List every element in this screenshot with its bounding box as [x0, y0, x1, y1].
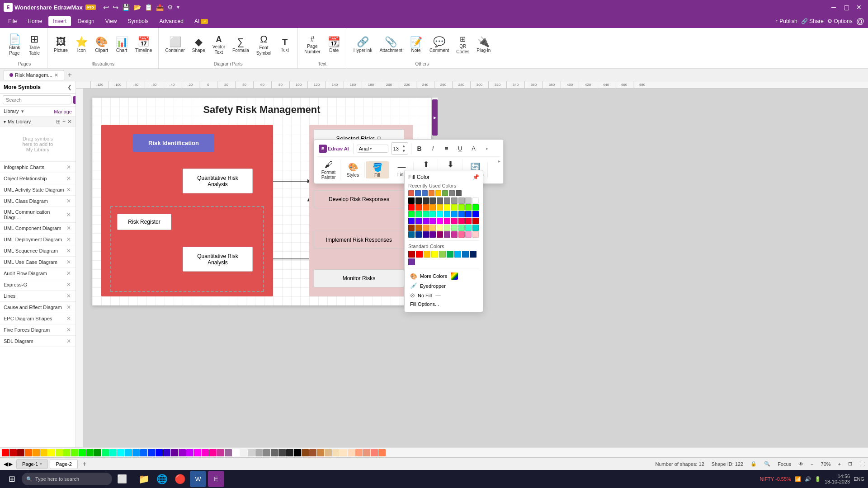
ribbon-icon[interactable]: ⭐ Icon: [72, 33, 90, 58]
menu-advanced[interactable]: Advanced: [155, 16, 188, 26]
color-swatch[interactable]: [465, 218, 472, 224]
ft-styles[interactable]: 🎨 Styles: [341, 161, 365, 178]
palette-swatch[interactable]: [148, 449, 155, 456]
library-item[interactable]: UML Deployment Diagram✕: [0, 234, 75, 245]
palette-swatch[interactable]: [132, 449, 140, 456]
library-item[interactable]: UML Use Case Diagram✕: [0, 257, 75, 268]
tab-risk-management[interactable]: Risk Managem... ✕: [4, 70, 64, 80]
library-item[interactable]: Express-G✕: [0, 279, 75, 291]
start-btn[interactable]: ⊞: [4, 471, 20, 487]
library-item-close[interactable]: ✕: [66, 236, 72, 243]
ft-italic-btn[interactable]: I: [428, 143, 439, 154]
palette-swatch[interactable]: [340, 449, 347, 456]
palette-swatch[interactable]: [117, 449, 124, 456]
library-item[interactable]: Object Relationship✕: [0, 173, 75, 184]
color-swatch[interactable]: [415, 204, 422, 211]
ft-align-btn[interactable]: ≡: [441, 143, 452, 154]
box-risk-identification[interactable]: Risk Identification: [133, 134, 214, 152]
library-item[interactable]: EPC Diagram Shapes✕: [0, 313, 75, 324]
menu-ai[interactable]: AI ✨: [190, 16, 212, 26]
color-swatch[interactable]: [415, 218, 422, 224]
color-swatch[interactable]: [415, 225, 422, 231]
box-quant-risk-lower[interactable]: Quantitative Risk Analysis: [183, 247, 253, 272]
library-item-close[interactable]: ✕: [66, 282, 72, 288]
box-implement-risk[interactable]: Implement Risk Responses: [314, 231, 404, 249]
fcp-pin-icon[interactable]: 📌: [472, 174, 479, 180]
color-swatch[interactable]: [415, 231, 422, 238]
color-swatch[interactable]: [429, 211, 436, 217]
ribbon-picture[interactable]: 🖼 Picture: [51, 33, 71, 58]
library-item[interactable]: UML Component Diagram✕: [0, 223, 75, 234]
maximize-btn[interactable]: ▢: [841, 3, 852, 12]
color-swatch[interactable]: [465, 204, 472, 211]
library-item-close[interactable]: ✕: [66, 211, 72, 218]
ft-font-select[interactable]: Arial ▾: [357, 145, 388, 153]
color-swatch[interactable]: [429, 218, 436, 224]
canvas-area[interactable]: Safety Risk Management: [83, 89, 868, 447]
color-swatch[interactable]: [408, 231, 415, 238]
color-swatch[interactable]: [472, 204, 479, 211]
fit-page-btn[interactable]: ⊡: [848, 461, 852, 467]
search-input[interactable]: [3, 95, 71, 104]
color-swatch[interactable]: [437, 218, 443, 224]
color-swatch[interactable]: [431, 251, 438, 258]
color-swatch[interactable]: [408, 218, 415, 224]
menu-symbols[interactable]: Symbols: [123, 16, 153, 26]
minimize-btn[interactable]: ─: [828, 3, 839, 12]
palette-swatch[interactable]: [225, 449, 232, 456]
palette-swatch[interactable]: [294, 449, 301, 456]
color-swatch[interactable]: [408, 258, 415, 265]
palette-swatch[interactable]: [348, 449, 355, 456]
palette-swatch[interactable]: [40, 449, 47, 456]
undo-btn[interactable]: ↩: [103, 3, 109, 12]
account-btn[interactable]: @: [856, 17, 864, 26]
color-swatch[interactable]: [465, 231, 472, 238]
ribbon-formula[interactable]: ∑ Formula: [230, 33, 252, 58]
color-swatch[interactable]: [472, 197, 479, 204]
ribbon-shape[interactable]: ◆ Shape: [189, 33, 208, 58]
library-item-close[interactable]: ✕: [66, 304, 72, 310]
ribbon-qr-codes[interactable]: ⊞ QRCodes: [453, 33, 472, 58]
palette-swatch[interactable]: [186, 449, 193, 456]
library-item[interactable]: SDL Diagram✕: [0, 336, 75, 347]
color-swatch[interactable]: [423, 211, 429, 217]
palette-swatch[interactable]: [309, 449, 316, 456]
color-swatch[interactable]: [451, 231, 458, 238]
color-swatch[interactable]: [416, 251, 423, 258]
color-swatch[interactable]: [444, 225, 450, 231]
color-swatch[interactable]: [454, 251, 461, 258]
library-item-close[interactable]: ✕: [66, 315, 72, 322]
palette-swatch[interactable]: [378, 449, 386, 456]
color-swatch[interactable]: [423, 218, 429, 224]
palette-swatch[interactable]: [79, 449, 86, 456]
ribbon-chart[interactable]: 📊 Chart: [113, 33, 131, 58]
fcp-eyedropper[interactable]: 💉 Eyedropper: [408, 281, 479, 291]
ribbon-blank-page[interactable]: 📄 BlankPage: [5, 33, 24, 58]
library-item[interactable]: Five Forces Diagram✕: [0, 324, 75, 336]
tab-add-btn[interactable]: +: [65, 70, 75, 80]
ribbon-plug-in[interactable]: 🔌 Plug-in: [474, 33, 493, 58]
library-item[interactable]: UML Activity State Diagram✕: [0, 184, 75, 196]
ribbon-hyperlink[interactable]: 🔗 Hyperlink: [351, 33, 375, 58]
taskbar-app-word[interactable]: W: [190, 471, 206, 487]
library-item-close[interactable]: ✕: [66, 270, 72, 277]
color-swatch[interactable]: [423, 197, 429, 204]
palette-swatch[interactable]: [17, 449, 24, 456]
library-item[interactable]: UML Class Diagram✕: [0, 196, 75, 207]
color-swatch[interactable]: [472, 225, 479, 231]
taskbar-task-view[interactable]: ⬜: [114, 471, 130, 487]
ribbon-table[interactable]: ⊞ TableTable: [25, 33, 43, 58]
color-swatch[interactable]: [422, 190, 428, 196]
palette-swatch[interactable]: [109, 449, 117, 456]
color-swatch[interactable]: [458, 218, 465, 224]
page-tab-1-dropdown[interactable]: ▾: [40, 461, 42, 466]
taskbar-app-explorer[interactable]: 📁: [136, 471, 152, 487]
ft-expand-icon[interactable]: ▸: [482, 143, 493, 154]
palette-swatch[interactable]: [325, 449, 332, 456]
ft-font-color-btn[interactable]: A: [468, 143, 479, 154]
ft-fill[interactable]: 🪣 Fill: [366, 161, 389, 178]
my-library-close-icon[interactable]: ✕: [67, 118, 72, 125]
ribbon-date[interactable]: 📆 Date: [325, 33, 343, 58]
panel-collapse-btn[interactable]: ❮: [67, 84, 72, 90]
color-swatch[interactable]: [429, 204, 436, 211]
